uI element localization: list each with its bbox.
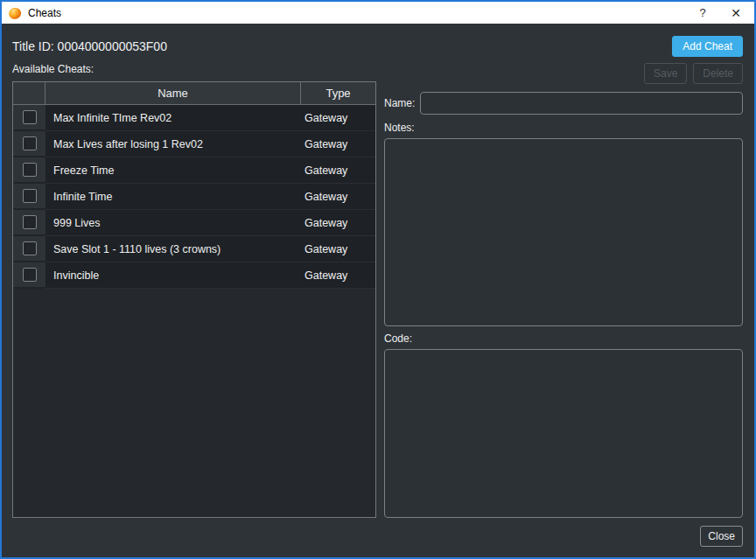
cheat-enable-checkbox[interactable]	[23, 163, 37, 177]
cheat-checkbox-cell	[13, 236, 46, 262]
help-button[interactable]: ?	[686, 2, 719, 24]
header-row: Title ID: 0004000000053F00 Add Cheat	[12, 36, 743, 57]
main-row: Available Cheats: Name Type Max Inf	[12, 63, 743, 518]
cheat-enable-checkbox[interactable]	[23, 241, 37, 255]
name-field-row: Name:	[384, 92, 743, 115]
column-header-type[interactable]: Type	[301, 82, 375, 105]
cheat-name[interactable]: Freeze Time	[46, 157, 301, 184]
cheat-checkbox-cell	[13, 131, 46, 157]
editor-buttons-row: Save Delete	[384, 63, 743, 84]
cheat-editor-panel: Save Delete Name: Notes: Code:	[384, 63, 743, 518]
cheat-type[interactable]: Gateway	[301, 210, 375, 236]
title-id-label: Title ID: 0004000000053F00	[12, 36, 167, 53]
cheat-checkbox-cell	[13, 157, 46, 184]
available-cheats-label: Available Cheats:	[12, 63, 376, 75]
cheat-checkbox-cell	[13, 184, 46, 210]
cheat-checkbox-cell	[13, 105, 46, 131]
cheat-type[interactable]: Gateway	[301, 184, 375, 210]
cheat-checkbox-cell	[13, 262, 46, 289]
cheat-type[interactable]: Gateway	[301, 236, 375, 262]
name-input[interactable]	[420, 92, 743, 115]
cheat-table-header: Name Type	[13, 82, 375, 105]
cheat-table-body: Max Infinite TIme Rev02 Gateway Max Live…	[13, 105, 375, 517]
table-row[interactable]: Freeze Time Gateway	[13, 157, 375, 184]
cheat-name[interactable]: Save Slot 1 - 1110 lives (3 crowns)	[46, 236, 301, 262]
window-close-button[interactable]: ✕	[719, 2, 752, 24]
citra-app-icon	[8, 6, 22, 20]
cheat-type[interactable]: Gateway	[301, 105, 375, 131]
name-label: Name:	[384, 97, 420, 109]
cheat-table: Name Type Max Infinite TIme Rev02 Gatewa…	[12, 81, 376, 518]
close-button[interactable]: Close	[700, 526, 743, 547]
table-row[interactable]: Max Infinite TIme Rev02 Gateway	[13, 105, 375, 131]
cheat-type[interactable]: Gateway	[301, 157, 375, 184]
code-textarea[interactable]	[384, 349, 743, 518]
cheat-type[interactable]: Gateway	[301, 262, 375, 289]
cheat-name[interactable]: Invincible	[46, 262, 301, 289]
cheat-type[interactable]: Gateway	[301, 131, 375, 157]
cheat-enable-checkbox[interactable]	[23, 189, 37, 203]
titlebar: Cheats ? ✕	[2, 2, 754, 24]
column-header-name[interactable]: Name	[46, 82, 301, 105]
cheat-name[interactable]: Infinite Time	[46, 184, 301, 210]
table-row[interactable]: Max Lives after losing 1 Rev02 Gateway	[13, 131, 375, 157]
table-row[interactable]: Infinite Time Gateway	[13, 184, 375, 210]
cheats-window: Cheats ? ✕ Title ID: 0004000000053F00 Ad…	[0, 0, 756, 559]
code-label: Code:	[384, 332, 743, 345]
delete-button[interactable]: Delete	[693, 63, 743, 84]
table-row[interactable]: 999 Lives Gateway	[13, 210, 375, 236]
cheat-enable-checkbox[interactable]	[23, 136, 37, 150]
table-row[interactable]: Invincible Gateway	[13, 262, 375, 289]
cheat-checkbox-cell	[13, 210, 46, 236]
notes-label: Notes:	[384, 122, 743, 134]
notes-textarea[interactable]	[384, 138, 743, 326]
cheat-list-panel: Available Cheats: Name Type Max Inf	[12, 63, 376, 518]
cheat-name[interactable]: Max Lives after losing 1 Rev02	[46, 131, 301, 157]
save-button[interactable]: Save	[644, 63, 687, 84]
cheat-name[interactable]: 999 Lives	[46, 210, 301, 236]
cheat-enable-checkbox[interactable]	[23, 215, 37, 229]
cheat-enable-checkbox[interactable]	[23, 110, 37, 124]
cheat-name[interactable]: Max Infinite TIme Rev02	[46, 105, 301, 131]
footer-row: Close	[12, 526, 743, 547]
column-header-checkbox[interactable]	[13, 82, 46, 105]
content-area: Title ID: 0004000000053F00 Add Cheat Ava…	[2, 24, 754, 557]
window-title: Cheats	[28, 7, 686, 19]
add-cheat-button[interactable]: Add Cheat	[672, 36, 743, 57]
table-row[interactable]: Save Slot 1 - 1110 lives (3 crowns) Gate…	[13, 236, 375, 262]
cheat-enable-checkbox[interactable]	[23, 268, 37, 282]
